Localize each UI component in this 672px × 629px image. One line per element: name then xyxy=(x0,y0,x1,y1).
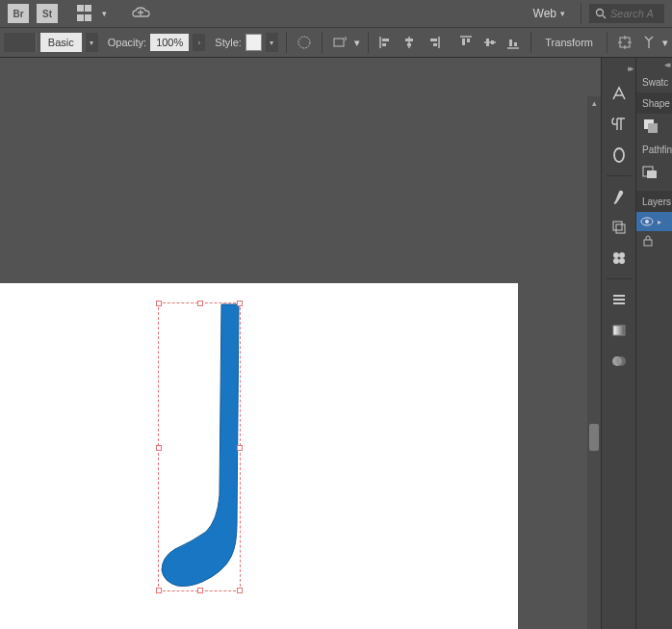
panel-dock: ▸▸ xyxy=(601,58,635,629)
collapse-dock-icon[interactable]: ▸▸ xyxy=(628,64,635,73)
align-to-selection-icon[interactable] xyxy=(330,32,350,53)
align-bottom-icon[interactable] xyxy=(504,32,524,53)
svg-rect-46 xyxy=(644,240,652,246)
paragraph-panel-icon[interactable] xyxy=(608,114,630,135)
vertical-scrollbar[interactable]: ▴ xyxy=(587,96,601,629)
chevron-down-icon[interactable]: ▾ xyxy=(662,37,668,49)
expand-triangle-icon[interactable]: ▸ xyxy=(658,218,661,226)
chevron-down-icon[interactable]: ▾ xyxy=(102,9,107,18)
opacity-label: Opacity: xyxy=(108,37,146,48)
svg-rect-11 xyxy=(430,39,437,41)
arrange-documents-icon[interactable] xyxy=(77,5,94,22)
transparency-panel-icon[interactable] xyxy=(608,351,630,372)
svg-rect-43 xyxy=(647,170,657,178)
visibility-eye-icon[interactable] xyxy=(640,215,654,228)
svg-rect-14 xyxy=(462,39,465,45)
separator xyxy=(286,32,287,53)
align-right-icon[interactable] xyxy=(424,32,444,53)
layers-tab[interactable]: Layers xyxy=(636,191,672,212)
resize-handle-nw[interactable] xyxy=(156,301,162,306)
right-panels: ◂◂ Swatc Shape I Pathfin Layers ▸ xyxy=(635,58,672,629)
resize-handle-w[interactable] xyxy=(156,445,162,451)
layer-row[interactable]: ▸ xyxy=(636,212,672,231)
collapse-panels-icon[interactable]: ◂◂ xyxy=(636,58,672,71)
workspace-label: Web xyxy=(533,7,556,20)
chevron-down-icon: ▾ xyxy=(560,9,565,18)
align-vcenter-icon[interactable] xyxy=(479,32,500,53)
symbols-panel-icon[interactable] xyxy=(608,217,630,238)
recolor-artwork-icon[interactable] xyxy=(295,32,315,53)
artboard[interactable] xyxy=(0,283,518,629)
svg-point-30 xyxy=(613,252,619,258)
resize-handle-ne[interactable] xyxy=(237,301,243,306)
lock-icon[interactable] xyxy=(642,235,654,247)
svg-point-0 xyxy=(597,10,604,16)
svg-point-39 xyxy=(616,356,626,366)
graphic-style-basic[interactable]: Basic xyxy=(40,33,82,52)
svg-rect-5 xyxy=(382,39,389,41)
app-menu-bar: Br St ▾ Web ▾ xyxy=(0,0,672,27)
stock-button[interactable]: St xyxy=(37,4,58,23)
shape-tab[interactable]: Shape I xyxy=(636,92,672,114)
svg-rect-8 xyxy=(405,39,413,41)
gradient-panel-icon[interactable] xyxy=(608,320,630,341)
search-icon xyxy=(595,8,607,19)
bridge-button[interactable]: Br xyxy=(8,4,29,23)
search-box[interactable] xyxy=(589,4,664,23)
align-to-pixel-icon[interactable] xyxy=(638,32,659,53)
svg-point-2 xyxy=(298,37,310,48)
svg-point-32 xyxy=(613,258,619,264)
svg-line-1 xyxy=(603,15,606,18)
svg-point-31 xyxy=(619,252,625,258)
svg-rect-41 xyxy=(648,123,658,133)
pathfinder-panel-icon[interactable] xyxy=(640,164,659,181)
search-input[interactable] xyxy=(610,8,659,19)
separator xyxy=(322,32,323,53)
stroke-profile-button[interactable] xyxy=(4,33,37,52)
character-panel-icon[interactable] xyxy=(608,83,630,104)
svg-rect-28 xyxy=(613,222,622,230)
shape-panel-icon[interactable] xyxy=(640,118,659,135)
align-top-icon[interactable] xyxy=(456,32,477,53)
svg-rect-12 xyxy=(433,43,437,46)
svg-rect-20 xyxy=(509,39,512,46)
resize-handle-se[interactable] xyxy=(237,588,243,593)
chevron-down-icon[interactable]: ▾ xyxy=(354,37,360,49)
opacity-step[interactable]: › xyxy=(193,34,205,51)
svg-rect-37 xyxy=(613,326,625,335)
resize-handle-s[interactable] xyxy=(197,588,203,593)
selection-bounds xyxy=(158,302,241,591)
scroll-up-icon[interactable]: ▴ xyxy=(587,96,601,110)
control-bar: Basic ▾ Opacity: 100% › Style: ▾ ▾ Trans… xyxy=(0,27,672,58)
svg-point-33 xyxy=(619,258,625,264)
opacity-field[interactable]: 100% xyxy=(150,34,189,51)
svg-rect-9 xyxy=(407,43,411,46)
resize-handle-e[interactable] xyxy=(237,445,243,451)
separator xyxy=(368,32,369,53)
swatches-tab[interactable]: Swatc xyxy=(636,71,672,92)
svg-rect-18 xyxy=(491,40,494,44)
align-left-icon[interactable] xyxy=(376,32,397,53)
resize-handle-n[interactable] xyxy=(197,301,203,306)
svg-rect-21 xyxy=(514,42,517,46)
style-swatch[interactable] xyxy=(246,34,262,51)
layer-lock-row xyxy=(636,231,672,252)
scrollbar-thumb[interactable] xyxy=(589,424,599,451)
svg-rect-15 xyxy=(467,39,470,42)
graphic-style-dropdown[interactable]: ▾ xyxy=(86,33,98,52)
canvas-area: ▴ xyxy=(0,58,601,629)
opentype-panel-icon[interactable] xyxy=(608,144,630,166)
transform-button[interactable]: Transform xyxy=(539,37,599,48)
isolate-mode-icon[interactable] xyxy=(615,32,635,53)
brushes-panel-icon[interactable] xyxy=(608,186,630,207)
stroke-panel-icon[interactable] xyxy=(608,289,630,310)
workspace-switcher[interactable]: Web ▾ xyxy=(526,3,573,24)
style-label: Style: xyxy=(215,37,242,48)
resize-handle-sw[interactable] xyxy=(156,588,162,593)
pathfinder-tab[interactable]: Pathfin xyxy=(636,139,672,160)
gpu-preview-icon[interactable] xyxy=(132,7,151,20)
svg-rect-3 xyxy=(334,39,344,46)
align-hcenter-icon[interactable] xyxy=(400,32,420,53)
style-dropdown[interactable]: ▾ xyxy=(266,33,278,52)
swatches-clover-icon[interactable] xyxy=(608,248,630,269)
